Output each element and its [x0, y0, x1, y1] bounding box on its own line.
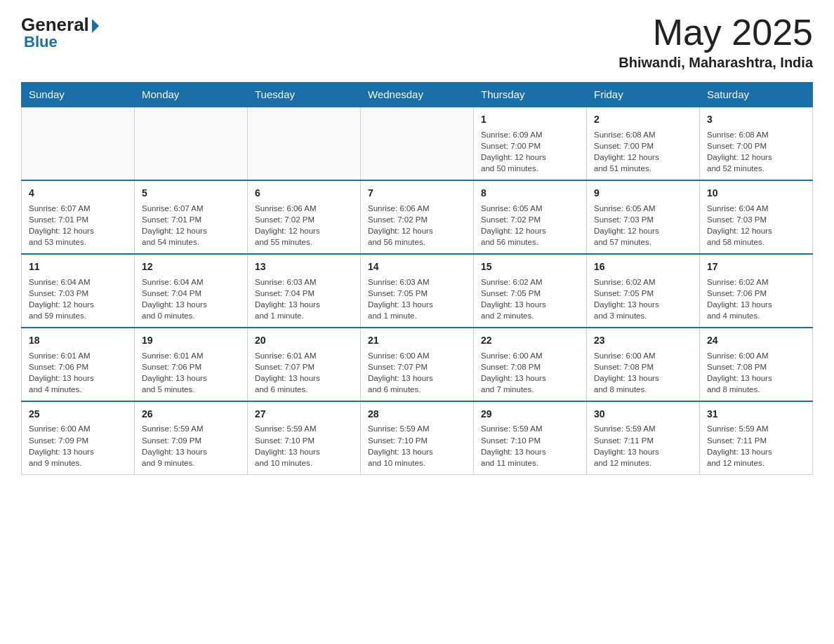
day-number: 1 [481, 113, 579, 127]
day-info: Sunrise: 6:01 AM Sunset: 7:06 PM Dayligh… [142, 350, 240, 395]
day-of-week-header: Thursday [474, 83, 587, 107]
calendar-day-cell: 14Sunrise: 6:03 AM Sunset: 7:05 PM Dayli… [361, 254, 474, 328]
day-info: Sunrise: 6:01 AM Sunset: 7:07 PM Dayligh… [255, 350, 353, 395]
day-info: Sunrise: 6:05 AM Sunset: 7:02 PM Dayligh… [481, 203, 579, 248]
day-number: 29 [481, 408, 579, 422]
day-number: 12 [142, 260, 240, 274]
calendar-day-cell: 13Sunrise: 6:03 AM Sunset: 7:04 PM Dayli… [248, 254, 361, 328]
day-info: Sunrise: 6:04 AM Sunset: 7:04 PM Dayligh… [142, 276, 240, 321]
day-of-week-header: Monday [135, 83, 248, 107]
day-number: 21 [368, 334, 466, 348]
day-info: Sunrise: 6:07 AM Sunset: 7:01 PM Dayligh… [29, 203, 127, 248]
day-info: Sunrise: 6:03 AM Sunset: 7:04 PM Dayligh… [255, 276, 353, 321]
day-info: Sunrise: 6:03 AM Sunset: 7:05 PM Dayligh… [368, 276, 466, 321]
calendar-day-cell: 5Sunrise: 6:07 AM Sunset: 7:01 PM Daylig… [135, 180, 248, 254]
calendar-day-cell: 31Sunrise: 5:59 AM Sunset: 7:11 PM Dayli… [700, 401, 813, 474]
day-info: Sunrise: 5:59 AM Sunset: 7:10 PM Dayligh… [368, 423, 466, 468]
day-number: 30 [594, 408, 692, 422]
day-info: Sunrise: 5:59 AM Sunset: 7:10 PM Dayligh… [481, 423, 579, 468]
day-number: 3 [707, 113, 805, 127]
day-number: 23 [594, 334, 692, 348]
calendar-day-cell: 22Sunrise: 6:00 AM Sunset: 7:08 PM Dayli… [474, 328, 587, 401]
calendar-day-cell: 2Sunrise: 6:08 AM Sunset: 7:00 PM Daylig… [587, 107, 700, 180]
calendar-day-cell: 11Sunrise: 6:04 AM Sunset: 7:03 PM Dayli… [22, 254, 135, 328]
calendar-day-cell: 28Sunrise: 5:59 AM Sunset: 7:10 PM Dayli… [361, 401, 474, 474]
day-number: 31 [707, 408, 805, 422]
day-info: Sunrise: 6:02 AM Sunset: 7:05 PM Dayligh… [594, 276, 692, 321]
calendar-day-cell: 16Sunrise: 6:02 AM Sunset: 7:05 PM Dayli… [587, 254, 700, 328]
day-of-week-header: Wednesday [361, 83, 474, 107]
day-number: 19 [142, 334, 240, 348]
day-number: 4 [29, 187, 127, 201]
day-number: 10 [707, 187, 805, 201]
calendar-day-cell: 1Sunrise: 6:09 AM Sunset: 7:00 PM Daylig… [474, 107, 587, 180]
day-number: 6 [255, 187, 353, 201]
calendar-day-cell: 29Sunrise: 5:59 AM Sunset: 7:10 PM Dayli… [474, 401, 587, 474]
day-info: Sunrise: 6:04 AM Sunset: 7:03 PM Dayligh… [29, 276, 127, 321]
day-number: 5 [142, 187, 240, 201]
calendar-day-cell: 3Sunrise: 6:08 AM Sunset: 7:00 PM Daylig… [700, 107, 813, 180]
calendar-table: SundayMondayTuesdayWednesdayThursdayFrid… [21, 82, 813, 475]
calendar-day-cell: 23Sunrise: 6:00 AM Sunset: 7:08 PM Dayli… [587, 328, 700, 401]
calendar-day-cell [22, 107, 135, 180]
calendar-day-cell: 15Sunrise: 6:02 AM Sunset: 7:05 PM Dayli… [474, 254, 587, 328]
calendar-day-cell: 9Sunrise: 6:05 AM Sunset: 7:03 PM Daylig… [587, 180, 700, 254]
day-number: 17 [707, 260, 805, 274]
title-block: May 2025 Bhiwandi, Maharashtra, India [618, 14, 813, 71]
day-number: 25 [29, 408, 127, 422]
location-title: Bhiwandi, Maharashtra, India [618, 55, 813, 71]
day-number: 11 [29, 260, 127, 274]
calendar-day-cell: 26Sunrise: 5:59 AM Sunset: 7:09 PM Dayli… [135, 401, 248, 474]
day-number: 7 [368, 187, 466, 201]
day-number: 18 [29, 334, 127, 348]
day-info: Sunrise: 6:07 AM Sunset: 7:01 PM Dayligh… [142, 203, 240, 248]
calendar-day-cell [361, 107, 474, 180]
day-number: 27 [255, 408, 353, 422]
calendar-day-cell: 24Sunrise: 6:00 AM Sunset: 7:08 PM Dayli… [700, 328, 813, 401]
day-info: Sunrise: 6:09 AM Sunset: 7:00 PM Dayligh… [481, 129, 579, 174]
calendar-day-cell: 25Sunrise: 6:00 AM Sunset: 7:09 PM Dayli… [22, 401, 135, 474]
day-info: Sunrise: 6:02 AM Sunset: 7:06 PM Dayligh… [707, 276, 805, 321]
calendar-week-row: 4Sunrise: 6:07 AM Sunset: 7:01 PM Daylig… [22, 180, 813, 254]
calendar-header-row: SundayMondayTuesdayWednesdayThursdayFrid… [22, 83, 813, 107]
day-number: 22 [481, 334, 579, 348]
calendar-day-cell: 18Sunrise: 6:01 AM Sunset: 7:06 PM Dayli… [22, 328, 135, 401]
calendar-day-cell: 20Sunrise: 6:01 AM Sunset: 7:07 PM Dayli… [248, 328, 361, 401]
day-info: Sunrise: 6:06 AM Sunset: 7:02 PM Dayligh… [368, 203, 466, 248]
day-info: Sunrise: 5:59 AM Sunset: 7:10 PM Dayligh… [255, 423, 353, 468]
calendar-day-cell: 10Sunrise: 6:04 AM Sunset: 7:03 PM Dayli… [700, 180, 813, 254]
calendar-week-row: 1Sunrise: 6:09 AM Sunset: 7:00 PM Daylig… [22, 107, 813, 180]
day-number: 16 [594, 260, 692, 274]
calendar-day-cell: 27Sunrise: 5:59 AM Sunset: 7:10 PM Dayli… [248, 401, 361, 474]
day-info: Sunrise: 5:59 AM Sunset: 7:11 PM Dayligh… [707, 423, 805, 468]
day-info: Sunrise: 6:00 AM Sunset: 7:08 PM Dayligh… [707, 350, 805, 395]
day-info: Sunrise: 6:06 AM Sunset: 7:02 PM Dayligh… [255, 203, 353, 248]
day-number: 13 [255, 260, 353, 274]
day-number: 28 [368, 408, 466, 422]
logo: General Blue [21, 14, 99, 51]
day-of-week-header: Tuesday [248, 83, 361, 107]
logo-blue-text: Blue [21, 33, 58, 51]
calendar-day-cell: 12Sunrise: 6:04 AM Sunset: 7:04 PM Dayli… [135, 254, 248, 328]
day-info: Sunrise: 6:08 AM Sunset: 7:00 PM Dayligh… [594, 129, 692, 174]
day-number: 26 [142, 408, 240, 422]
day-of-week-header: Sunday [22, 83, 135, 107]
calendar-day-cell [248, 107, 361, 180]
day-info: Sunrise: 6:00 AM Sunset: 7:08 PM Dayligh… [481, 350, 579, 395]
day-info: Sunrise: 6:02 AM Sunset: 7:05 PM Dayligh… [481, 276, 579, 321]
day-info: Sunrise: 5:59 AM Sunset: 7:09 PM Dayligh… [142, 423, 240, 468]
calendar-day-cell: 19Sunrise: 6:01 AM Sunset: 7:06 PM Dayli… [135, 328, 248, 401]
day-info: Sunrise: 6:00 AM Sunset: 7:08 PM Dayligh… [594, 350, 692, 395]
calendar-day-cell: 8Sunrise: 6:05 AM Sunset: 7:02 PM Daylig… [474, 180, 587, 254]
day-info: Sunrise: 6:04 AM Sunset: 7:03 PM Dayligh… [707, 203, 805, 248]
calendar-day-cell [135, 107, 248, 180]
day-number: 8 [481, 187, 579, 201]
day-info: Sunrise: 6:00 AM Sunset: 7:07 PM Dayligh… [368, 350, 466, 395]
day-number: 24 [707, 334, 805, 348]
calendar-day-cell: 7Sunrise: 6:06 AM Sunset: 7:02 PM Daylig… [361, 180, 474, 254]
day-info: Sunrise: 6:00 AM Sunset: 7:09 PM Dayligh… [29, 423, 127, 468]
month-title: May 2025 [618, 14, 813, 51]
logo-arrow-icon [92, 19, 99, 33]
calendar-day-cell: 30Sunrise: 5:59 AM Sunset: 7:11 PM Dayli… [587, 401, 700, 474]
day-number: 9 [594, 187, 692, 201]
